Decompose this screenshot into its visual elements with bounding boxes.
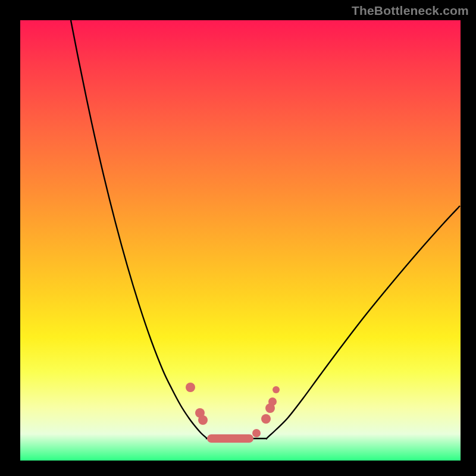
bottleneck-curve: [20, 20, 461, 461]
marker-dot: [252, 429, 261, 437]
marker-dot: [186, 383, 195, 392]
marker-dot: [273, 386, 280, 393]
chart-frame: TheBottleneck.com: [0, 0, 476, 476]
marker-dot: [268, 397, 277, 406]
marker-dot: [198, 415, 208, 425]
marker-dots-group: [186, 383, 280, 437]
marker-bottom-blob: [207, 434, 253, 443]
curve-right-branch: [267, 206, 460, 439]
marker-dot: [261, 414, 271, 424]
watermark-text: TheBottleneck.com: [352, 4, 469, 18]
curve-left-branch: [71, 20, 267, 439]
plot-area: [20, 20, 461, 461]
